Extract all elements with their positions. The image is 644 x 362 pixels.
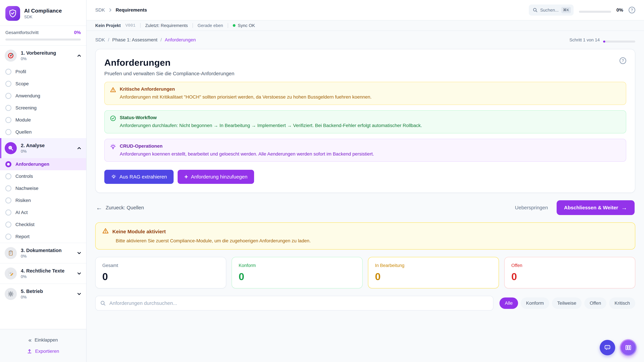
- section-percent: 0%: [21, 56, 73, 61]
- filter-chip-kritisch[interactable]: Kritisch: [609, 298, 635, 309]
- magnifier-icon: [5, 142, 17, 154]
- finish-and-next-button[interactable]: Abschliessen & Weiter →: [556, 200, 634, 215]
- step-progress: Schritt 1 von 14: [569, 37, 635, 42]
- version-badge: V001: [126, 23, 136, 28]
- crumb-sdk[interactable]: SDK: [95, 37, 105, 42]
- sparkle-bulb-icon: [111, 174, 116, 179]
- sidebar-item-profil[interactable]: Profil: [0, 66, 86, 78]
- header-progress-bar: [579, 11, 611, 13]
- radio-selected-icon: [5, 161, 12, 167]
- infobox-title: Status-Workflow: [120, 115, 422, 120]
- filter-chip-offen[interactable]: Offen: [584, 298, 606, 309]
- header-progress-value: 0%: [616, 7, 623, 13]
- global-search[interactable]: Suchen... ⌘K: [529, 4, 574, 15]
- sidebar-nav: 1. Vorbereitung 0% Profil Scope Anwendun…: [0, 45, 86, 329]
- chevron-down-icon: [77, 271, 82, 276]
- sidebar-item-report[interactable]: Report: [0, 231, 86, 243]
- status-bar: Kein Projekt V001 Zuletzt: Requirements …: [86, 20, 644, 31]
- stat-value: 0: [239, 271, 356, 282]
- lightbulb-icon: [110, 144, 116, 157]
- overall-progress: Gesamtfortschritt 0%: [0, 25, 86, 45]
- section-percent: 0%: [21, 274, 73, 279]
- app-subtitle: SDK: [24, 14, 62, 19]
- page-subtitle: Pruefen und verwalten Sie die Compliance…: [104, 71, 234, 76]
- breadcrumb-current: Requirements: [116, 7, 147, 13]
- filter-chip-alle[interactable]: Alle: [500, 298, 518, 309]
- radio-icon: [5, 69, 12, 75]
- section-label: 1. Vorbereitung: [21, 50, 73, 56]
- radio-icon: [5, 81, 12, 87]
- app-title: AI Compliance: [24, 8, 62, 14]
- stat-value: 0: [511, 271, 628, 282]
- filter-chip-konform[interactable]: Konform: [521, 298, 549, 309]
- section-percent: 0%: [21, 295, 73, 300]
- board-view-button[interactable]: [620, 339, 636, 356]
- sidebar-section-betrieb[interactable]: 5. Betrieb 0%: [0, 284, 86, 304]
- phase-breadcrumb: SDK / Phase 1: Assessment / Anforderunge…: [95, 37, 196, 42]
- last-saved-time: Gerade eben: [198, 23, 223, 28]
- chevron-right-icon: [108, 8, 112, 12]
- sidebar-item-anwendung[interactable]: Anwendung: [0, 90, 86, 102]
- collapse-sidebar-button[interactable]: « Einklappen: [0, 334, 86, 346]
- sidebar-item-module[interactable]: Module: [0, 114, 86, 126]
- infobox-body: Anforderungen koennen erstellt, bearbeit…: [120, 151, 374, 157]
- chat-assistant-button[interactable]: [600, 340, 615, 355]
- section-percent: 0%: [21, 254, 73, 259]
- clipboard-icon: [5, 247, 17, 259]
- sync-ok-dot-icon: [233, 24, 236, 27]
- overall-progress-value: 0%: [74, 30, 81, 35]
- filter-chip-teilweise[interactable]: Teilweise: [552, 298, 582, 309]
- stat-card-offen: Offen 0: [504, 257, 635, 289]
- sidebar-item-anforderungen[interactable]: Anforderungen: [0, 158, 86, 170]
- pencil-icon: [5, 268, 17, 280]
- add-requirement-button[interactable]: + Anforderung hinzufuegen: [178, 170, 254, 184]
- sidebar-section-vorbereitung[interactable]: 1. Vorbereitung 0%: [0, 45, 86, 66]
- sync-status: Sync OK: [233, 23, 255, 28]
- section-label: 3. Dokumentation: [21, 248, 73, 253]
- sidebar-item-nachweise[interactable]: Nachweise: [0, 182, 86, 194]
- search-placeholder: Suchen...: [540, 7, 559, 13]
- infobox-title: Kritische Anforderungen: [120, 86, 372, 92]
- sidebar-item-quellen[interactable]: Quellen: [0, 126, 86, 138]
- crumb-phase[interactable]: Phase 1: Assessment: [112, 37, 157, 42]
- sidebar-section-dokumentation[interactable]: 3. Dokumentation 0%: [0, 243, 86, 263]
- skip-button[interactable]: Ueberspringen: [515, 205, 548, 211]
- sidebar-item-screening[interactable]: Screening: [0, 102, 86, 114]
- last-visited: Zuletzt: Requirements: [145, 23, 188, 28]
- crumb-current: Anforderungen: [165, 37, 196, 42]
- top-bar: SDK Requirements Suchen... ⌘K 0% ?: [86, 0, 644, 20]
- sidebar-item-scope[interactable]: Scope: [0, 78, 86, 90]
- export-button[interactable]: Exportieren: [0, 346, 86, 357]
- help-icon[interactable]: ?: [628, 7, 635, 13]
- extract-from-rag-button[interactable]: Aus RAG extrahieren: [104, 170, 174, 184]
- breadcrumb: SDK Requirements: [95, 7, 147, 13]
- sidebar-item-ai-act[interactable]: AI Act: [0, 206, 86, 219]
- radio-icon: [5, 197, 12, 203]
- requirements-search-input[interactable]: [109, 300, 488, 306]
- sidebar-item-controls[interactable]: Controls: [0, 170, 86, 182]
- page-title: Anforderungen: [104, 57, 234, 68]
- infobox-body: Anforderungen durchlaufen: Nicht begonne…: [120, 122, 422, 129]
- plus-icon: +: [184, 174, 188, 180]
- step-label: Schritt 1 von 14: [569, 37, 600, 42]
- stat-card-konform: Konform 0: [232, 257, 362, 289]
- arrow-right-icon: →: [621, 204, 627, 211]
- breadcrumb-root[interactable]: SDK: [95, 7, 105, 13]
- sidebar: AI Compliance SDK Gesamtfortschritt 0%: [0, 0, 86, 362]
- gear-icon: [5, 288, 17, 300]
- sidebar-item-risiken[interactable]: Risiken: [0, 194, 86, 206]
- section-label: 5. Betrieb: [21, 289, 73, 294]
- app-root: AI Compliance SDK Gesamtfortschritt 0%: [0, 0, 644, 362]
- sidebar-section-rechtliche-texte[interactable]: 4. Rechtliche Texte 0%: [0, 264, 86, 284]
- radio-icon: [5, 129, 12, 135]
- shield-check-icon: [8, 9, 17, 18]
- back-to-sources-button[interactable]: ← Zurueck: Quellen: [96, 204, 144, 211]
- step-progress-bar: [603, 40, 635, 42]
- floating-buttons: [600, 339, 636, 356]
- requirements-search[interactable]: [95, 296, 494, 311]
- chevron-up-icon: [77, 146, 82, 150]
- sidebar-section-analyse[interactable]: 2. Analyse 0%: [0, 138, 86, 158]
- card-help-icon[interactable]: ?: [620, 57, 626, 64]
- sidebar-item-checklist[interactable]: Checklist: [0, 219, 86, 231]
- infobox-title: CRUD-Operationen: [120, 143, 374, 149]
